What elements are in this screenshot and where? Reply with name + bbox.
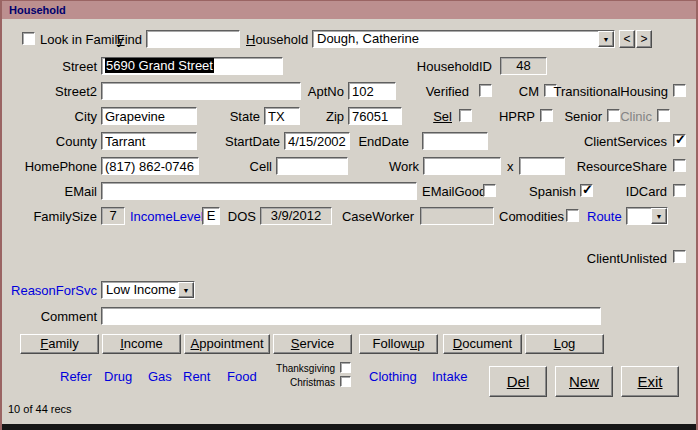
route-combo[interactable]: ▼: [626, 207, 668, 225]
resourceshare-label: ResourceShare: [567, 159, 667, 175]
household-combo-value: Dough, Catherine: [317, 32, 596, 46]
household-label: Household: [246, 32, 308, 48]
zip-label: Zip: [308, 109, 344, 125]
startdate-label: StartDate: [208, 134, 280, 150]
look-in-family-checkbox[interactable]: [22, 32, 35, 45]
del-button[interactable]: Del: [489, 366, 547, 397]
dos-field: 3/9/2012: [260, 207, 332, 225]
link-rent[interactable]: Rent: [183, 369, 210, 384]
cell-input[interactable]: [276, 157, 348, 175]
clinic-label: Clinic: [610, 109, 652, 125]
caseworker-label: CaseWorker: [338, 209, 414, 225]
street2-label: Street2: [4, 84, 97, 100]
tab-family[interactable]: Family: [20, 334, 99, 354]
email-input[interactable]: [101, 182, 417, 200]
exit-button[interactable]: Exit: [621, 366, 679, 397]
aptno-label: AptNo: [272, 84, 344, 100]
link-refer[interactable]: Refer: [60, 369, 92, 384]
startdate-input[interactable]: [284, 132, 350, 150]
idcard-checkbox[interactable]: [673, 184, 686, 197]
state-label: State: [212, 109, 260, 125]
comment-input[interactable]: [101, 307, 601, 325]
clientunlisted-checkbox[interactable]: [673, 250, 686, 263]
clinic-checkbox: [657, 109, 670, 122]
comodities-label: Comodities: [499, 209, 564, 225]
sel-checkbox[interactable]: [459, 109, 472, 122]
county-input[interactable]: [101, 132, 197, 150]
link-intake[interactable]: Intake: [432, 369, 467, 384]
link-drug[interactable]: Drug: [104, 369, 132, 384]
link-clothing[interactable]: Clothing: [369, 369, 417, 384]
titlebar: Household: [2, 1, 696, 19]
emailgood-checkbox[interactable]: [483, 184, 496, 197]
enddate-input[interactable]: [422, 132, 488, 150]
county-label: County: [4, 134, 97, 150]
cm-label: CM: [502, 84, 539, 100]
dos-label: DOS: [222, 209, 256, 225]
work-label: Work: [383, 159, 419, 175]
clientservices-label: ClientServices: [567, 134, 667, 150]
familysize-field: 7: [101, 207, 125, 225]
reasonforsvc-dropdown-icon[interactable]: ▼: [178, 282, 194, 298]
find-input[interactable]: [146, 30, 240, 48]
work-input[interactable]: [423, 157, 501, 175]
clientunlisted-label: ClientUnlisted: [567, 251, 667, 267]
work-ext-label: x: [507, 159, 514, 175]
city-input[interactable]: [101, 107, 197, 125]
tab-followup[interactable]: Followup: [359, 334, 438, 354]
email-label: EMail: [4, 184, 97, 200]
tab-income[interactable]: Income: [102, 334, 181, 354]
next-record-button[interactable]: >: [636, 30, 652, 48]
hprp-checkbox[interactable]: [540, 109, 553, 122]
resourceshare-checkbox[interactable]: [673, 159, 686, 172]
thanksgiving-checkbox[interactable]: [340, 362, 351, 373]
tab-document[interactable]: Document: [443, 334, 522, 354]
household-combo[interactable]: Dough, Catherine ▼: [312, 30, 615, 48]
homephone-input[interactable]: [101, 157, 199, 175]
tab-appointment[interactable]: Appointment: [184, 334, 270, 354]
aptno-input[interactable]: [348, 82, 396, 100]
christmas-label: Christmas: [273, 377, 335, 388]
comment-label: Comment: [4, 309, 97, 325]
household-dropdown-icon[interactable]: ▼: [598, 31, 614, 47]
householdid-field: 48: [500, 57, 547, 75]
caseworker-field: [420, 207, 494, 225]
state-input[interactable]: [264, 107, 300, 125]
transitionalhousing-checkbox[interactable]: [673, 84, 686, 97]
senior-label: Senior: [558, 109, 602, 125]
incomelevel-label[interactable]: IncomeLevel: [130, 209, 204, 225]
new-button[interactable]: New: [555, 366, 613, 397]
city-label: City: [4, 109, 97, 125]
route-dropdown-icon[interactable]: ▼: [651, 208, 667, 224]
zip-input[interactable]: [348, 107, 402, 125]
verified-checkbox[interactable]: [479, 84, 492, 97]
tab-service[interactable]: Service: [273, 334, 352, 354]
route-label[interactable]: Route: [587, 209, 622, 225]
cell-label: Cell: [228, 159, 272, 175]
tab-log[interactable]: Log: [525, 334, 604, 354]
bottom-strip: [2, 424, 696, 430]
hprp-label: HPRP: [494, 109, 535, 125]
street2-input[interactable]: [101, 82, 301, 100]
link-food[interactable]: Food: [227, 369, 257, 384]
street-selected-text: 5690 Grand Street: [105, 58, 214, 73]
verified-label: Verified: [397, 84, 469, 100]
christmas-checkbox[interactable]: [340, 376, 351, 387]
incomelevel-field[interactable]: E: [202, 207, 220, 225]
comodities-checkbox[interactable]: [566, 209, 579, 222]
link-gas[interactable]: Gas: [148, 369, 172, 384]
thanksgiving-label: Thanksgiving: [273, 363, 335, 374]
enddate-label: EndDate: [352, 134, 409, 150]
window-title: Household: [9, 4, 66, 16]
reasonforsvc-combo-value: Low Income: [106, 283, 176, 297]
clientservices-checkbox[interactable]: [673, 134, 686, 147]
prev-record-button[interactable]: <: [619, 30, 635, 48]
emailgood-label: EMailGood: [422, 184, 486, 200]
familysize-label: FamilySize: [4, 209, 97, 225]
street-input[interactable]: 5690 Grand Street: [101, 57, 283, 75]
transitionalhousing-label: TransitionalHousing: [546, 84, 668, 100]
work-ext-input[interactable]: [519, 157, 565, 175]
reasonforsvc-combo[interactable]: Low Income ▼: [101, 281, 195, 299]
idcard-label: IDCard: [567, 184, 667, 200]
reasonforsvc-label[interactable]: ReasonForSvc: [4, 283, 97, 299]
